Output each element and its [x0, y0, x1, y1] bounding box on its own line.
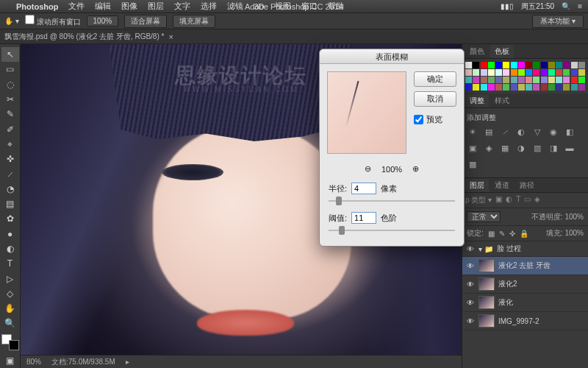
search-icon[interactable]: 🔍 [562, 2, 570, 10]
layer-name[interactable]: IMG_9997-2 [498, 317, 539, 325]
adj-thresh-icon[interactable]: ◨ [548, 142, 559, 154]
swatch[interactable] [481, 62, 487, 68]
adj-brightness-icon[interactable]: ☀ [467, 126, 478, 138]
quickmask-toggle[interactable]: ▣ [1, 353, 19, 368]
threshold-input[interactable] [351, 212, 376, 224]
swatch[interactable] [571, 84, 578, 91]
layer-name[interactable]: 液化2 去脏 牙齿 [498, 261, 551, 271]
radius-slider[interactable] [329, 196, 455, 206]
layer-item[interactable]: 👁 液化 [462, 294, 588, 312]
adj-vibrance-icon[interactable]: ▽ [531, 126, 543, 138]
tab-color[interactable]: 颜色 [465, 45, 489, 58]
swatch[interactable] [541, 77, 548, 83]
status-zoom[interactable]: 80% [26, 358, 41, 366]
shape-tool[interactable]: ◇ [1, 286, 19, 301]
swatch[interactable] [465, 69, 472, 76]
menu-photoshop[interactable]: Photoshop [16, 2, 58, 11]
swatch[interactable] [473, 62, 479, 68]
path-tool[interactable]: ▷ [1, 271, 19, 286]
filter-type-icon[interactable]: T [516, 195, 520, 205]
move-tool[interactable]: ↖ [1, 47, 19, 62]
swatch[interactable] [526, 84, 532, 91]
swatch[interactable] [541, 69, 548, 76]
swatch[interactable] [533, 69, 539, 76]
swatch[interactable] [465, 77, 472, 83]
swatch[interactable] [465, 62, 472, 68]
hand-tool[interactable]: ✋ [1, 301, 19, 316]
swatch[interactable] [511, 77, 517, 83]
swatch[interactable] [511, 69, 517, 76]
swatch[interactable] [578, 77, 585, 83]
swatch[interactable] [503, 62, 509, 68]
opacity-value[interactable]: 100% [564, 213, 584, 221]
swatch[interactable] [548, 62, 555, 68]
swatch[interactable] [511, 62, 517, 68]
type-tool[interactable]: T [1, 256, 19, 271]
swatch[interactable] [563, 62, 570, 68]
filter-shape-icon[interactable]: ▭ [524, 195, 531, 205]
swatch[interactable] [533, 77, 539, 83]
zoom-out-icon[interactable]: ⊖ [365, 164, 371, 174]
adj-hue-icon[interactable]: ◉ [548, 126, 559, 138]
adj-gradmap-icon[interactable]: ▬ [564, 142, 576, 154]
lock-trans-icon[interactable]: ▦ [488, 230, 495, 238]
fg-bg-colors[interactable] [1, 334, 19, 350]
swatch[interactable] [526, 77, 532, 83]
adj-invert-icon[interactable]: ◑ [515, 142, 527, 154]
eraser-tool[interactable]: ◔ [1, 182, 19, 197]
fill-screen-button[interactable]: 填充屏幕 [173, 15, 215, 28]
lock-pixel-icon[interactable]: ✎ [499, 230, 505, 238]
layer-item[interactable]: 👁 IMG_9997-2 [462, 312, 588, 330]
tab-channels[interactable]: 通道 [490, 179, 514, 192]
swatch[interactable] [481, 84, 487, 91]
filter-smart-icon[interactable]: ◈ [534, 195, 540, 205]
swatch[interactable] [563, 84, 570, 91]
swatch[interactable] [511, 84, 517, 91]
layer-item[interactable]: 👁 液化2 [462, 275, 588, 294]
swatch[interactable] [541, 84, 548, 91]
menu-filter[interactable]: 滤镜 [227, 1, 243, 12]
zoom-100-button[interactable]: 100% [87, 15, 119, 26]
swatch[interactable] [473, 69, 479, 76]
swatch[interactable] [556, 69, 562, 76]
swatch[interactable] [526, 62, 532, 68]
swatch[interactable] [563, 69, 570, 76]
swatch[interactable] [518, 69, 525, 76]
menu-icon[interactable]: ≡ [578, 2, 582, 10]
fill-value[interactable]: 100% [564, 229, 584, 237]
swatch[interactable] [495, 69, 502, 76]
radius-input[interactable] [351, 183, 376, 194]
swatch[interactable] [465, 84, 472, 91]
swatch[interactable] [473, 84, 479, 91]
visibility-icon[interactable]: 👁 [466, 317, 475, 325]
visibility-icon[interactable]: 👁 [466, 280, 475, 288]
swatch[interactable] [481, 77, 487, 83]
cancel-button[interactable]: 取消 [414, 91, 456, 107]
document-tab[interactable]: 飘雪海报.psd @ 80% (液化2 去脏 牙齿, RGB/8) * [4, 32, 164, 42]
crop-tool[interactable]: ✂ [1, 92, 19, 107]
stamp-tool[interactable]: ✜ [1, 152, 19, 166]
swatch[interactable] [556, 84, 562, 91]
swatch[interactable] [556, 77, 562, 83]
swatch[interactable] [571, 77, 578, 83]
swatch[interactable] [503, 77, 509, 83]
layer-group[interactable]: 👁 ▾ 📁 脸 过程 [462, 241, 588, 257]
swatch[interactable] [518, 62, 525, 68]
layer-name[interactable]: 液化 [498, 297, 513, 308]
ok-button[interactable]: 确定 [414, 71, 456, 87]
swatch[interactable] [548, 84, 555, 91]
scroll-all-checkbox[interactable]: 滚动所有窗口 [25, 15, 81, 27]
layer-name[interactable]: 脸 过程 [497, 244, 521, 254]
threshold-slider[interactable] [329, 225, 455, 236]
adj-levels-icon[interactable]: ▤ [483, 126, 495, 138]
workspace-switcher[interactable]: 基本功能 ▾ [532, 15, 584, 28]
adj-exposure-icon[interactable]: ◐ [515, 126, 527, 138]
lock-pos-icon[interactable]: ✜ [509, 230, 515, 238]
tab-layers[interactable]: 图层 [465, 179, 489, 192]
swatch[interactable] [526, 69, 532, 76]
adj-poster-icon[interactable]: ▥ [531, 142, 543, 154]
blend-mode-select[interactable]: 正常 [467, 211, 501, 222]
menu-file[interactable]: 文件 [68, 1, 85, 12]
filter-kind[interactable]: ρ 类型 ▾ [465, 195, 492, 205]
swatch[interactable] [518, 84, 525, 91]
